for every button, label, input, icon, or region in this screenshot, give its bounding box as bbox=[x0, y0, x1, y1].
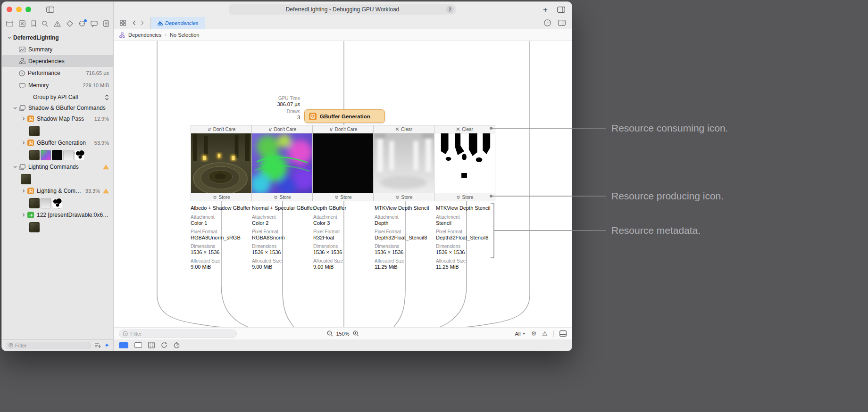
tree-item-lighting-group[interactable]: Lighting Commands bbox=[2, 161, 113, 173]
attachment-card[interactable]: Clear bbox=[373, 125, 434, 201]
performance-timer-icon[interactable] bbox=[174, 342, 180, 348]
breadcrumb-dependencies[interactable]: Dependencies bbox=[128, 32, 161, 38]
resource-title[interactable]: Normal + Specular GBuffer bbox=[252, 205, 309, 211]
bottom-panel-toggle-icon[interactable] bbox=[559, 330, 567, 337]
zoom-level[interactable]: 150% bbox=[336, 331, 349, 337]
chevron-down-icon[interactable] bbox=[8, 36, 11, 40]
gbuffer-generation-node[interactable]: GBuffer Generation bbox=[304, 109, 385, 123]
resource-title[interactable]: MTKView Depth Stencil bbox=[375, 205, 432, 211]
debug-navigator-icon[interactable] bbox=[79, 20, 85, 27]
thumbnail-composed[interactable] bbox=[29, 198, 40, 208]
project-navigator-icon[interactable] bbox=[6, 20, 13, 27]
chevron-down-icon[interactable] bbox=[13, 106, 17, 110]
load-action-header[interactable]: Don't Care bbox=[252, 125, 312, 133]
thumbnail-stencil2[interactable] bbox=[52, 198, 62, 208]
tree-item-present-drawable[interactable]: 122 [presentDrawable:0x60… bbox=[2, 209, 113, 221]
load-action-header[interactable]: Don't Care bbox=[191, 125, 251, 133]
chevron-right-icon[interactable] bbox=[22, 117, 25, 121]
depth-attachment-image[interactable] bbox=[374, 133, 434, 193]
scope-selector[interactable]: All bbox=[515, 331, 525, 337]
thumbnail-gray[interactable] bbox=[41, 198, 51, 208]
sidebar-filter-field[interactable] bbox=[6, 342, 91, 349]
albedo-attachment-image[interactable] bbox=[191, 133, 251, 193]
group-by-stepper-icon[interactable] bbox=[102, 94, 109, 100]
zoom-in-icon[interactable] bbox=[353, 330, 359, 337]
shader-debug-icon[interactable] bbox=[148, 342, 155, 348]
store-action-footer[interactable]: Store bbox=[313, 193, 373, 201]
tree-item-memory[interactable]: Memory 229.10 MiB bbox=[2, 79, 113, 91]
thumbnail-depth-gbuffer[interactable] bbox=[52, 150, 62, 160]
chevron-right-icon[interactable] bbox=[22, 213, 25, 217]
attachment-card[interactable]: Clear bbox=[434, 125, 495, 201]
thumbnail-shadow-map[interactable] bbox=[29, 126, 40, 136]
graph-filter-input[interactable] bbox=[130, 331, 233, 337]
thumbnail-albedo[interactable] bbox=[29, 150, 40, 160]
window-title-pill[interactable]: DeferredLighting - Debugging GPU Workloa… bbox=[229, 4, 456, 15]
tree-item-gbuffer-generation[interactable]: GBuffer Generation 53.9% bbox=[2, 137, 113, 148]
warning-icon[interactable] bbox=[103, 164, 109, 170]
reload-icon[interactable] bbox=[161, 342, 167, 348]
breadcrumb-selection[interactable]: No Selection bbox=[170, 32, 199, 38]
inspector-toggle-icon[interactable] bbox=[557, 7, 565, 13]
load-action-header[interactable]: Don't Care bbox=[313, 125, 373, 133]
tree-item-dependencies[interactable]: Dependencies bbox=[2, 55, 113, 67]
add-tab-button[interactable]: + bbox=[543, 6, 548, 14]
settings-gear-icon[interactable]: ⚙ bbox=[531, 330, 537, 337]
breakpoints-navigator-icon[interactable] bbox=[91, 21, 98, 27]
tree-item-performance[interactable]: Performance 716.65 µs bbox=[2, 67, 113, 79]
tree-item-shadow-map-pass[interactable]: Shadow Map Pass 12.9% bbox=[2, 113, 113, 124]
sidebar-filter-input[interactable] bbox=[15, 343, 88, 348]
thumbnail-present[interactable] bbox=[29, 222, 40, 232]
resource-title[interactable]: Depth GBuffer bbox=[313, 205, 371, 211]
load-action-header[interactable]: Clear bbox=[374, 125, 434, 133]
store-action-footer[interactable]: Store bbox=[252, 193, 312, 201]
filter-issues-icon[interactable] bbox=[94, 343, 101, 348]
find-navigator-icon[interactable] bbox=[42, 20, 48, 27]
store-action-footer[interactable]: Store bbox=[374, 193, 434, 201]
load-action-header[interactable]: Clear bbox=[434, 125, 495, 133]
reports-navigator-icon[interactable] bbox=[103, 20, 109, 27]
resource-title[interactable]: MTKView Depth Stencil bbox=[436, 205, 493, 211]
normal-attachment-image[interactable] bbox=[252, 133, 312, 193]
thumbnail-stencil[interactable] bbox=[75, 150, 85, 160]
issues-navigator-icon[interactable] bbox=[54, 21, 61, 27]
store-action-footer[interactable]: Store bbox=[191, 193, 251, 201]
attachment-card[interactable]: Don't Care Store bbox=[312, 125, 374, 201]
thumbnail-lighting[interactable] bbox=[21, 174, 31, 184]
store-action-footer[interactable]: Store bbox=[434, 193, 495, 201]
editor-layout-icon[interactable] bbox=[558, 20, 566, 26]
tree-item-summary[interactable]: Summary bbox=[2, 43, 113, 55]
view-mode-alt-icon[interactable] bbox=[134, 342, 142, 348]
graph-filter-field[interactable] bbox=[119, 330, 237, 338]
depth-gbuffer-attachment-image[interactable] bbox=[313, 133, 373, 193]
forward-button[interactable] bbox=[141, 20, 144, 25]
stencil-attachment-image[interactable] bbox=[434, 133, 495, 193]
minimize-window-button[interactable] bbox=[16, 7, 22, 12]
more-options-icon[interactable] bbox=[544, 19, 551, 26]
chevron-right-icon[interactable] bbox=[22, 189, 25, 193]
tab-overview-icon[interactable] bbox=[120, 20, 126, 26]
zoom-window-button[interactable] bbox=[25, 7, 31, 12]
insights-sparkle-icon[interactable]: ✦ bbox=[104, 342, 109, 348]
symbols-navigator-icon[interactable] bbox=[19, 20, 25, 27]
bookmark-navigator-icon[interactable] bbox=[31, 20, 36, 27]
attachment-card[interactable]: Don't Care bbox=[251, 125, 313, 201]
group-by-api-call-control[interactable]: Group by API Call bbox=[2, 91, 113, 103]
zoom-out-icon[interactable] bbox=[326, 330, 333, 337]
tests-navigator-icon[interactable] bbox=[67, 20, 73, 27]
thumbnail-normal[interactable] bbox=[41, 150, 51, 160]
issues-warning-icon[interactable]: ⚠ bbox=[542, 330, 548, 337]
close-window-button[interactable] bbox=[7, 7, 12, 12]
tab-dependencies[interactable]: Dependencies bbox=[150, 17, 205, 29]
chevron-right-icon[interactable] bbox=[22, 141, 25, 145]
sidebar-toggle-icon[interactable] bbox=[46, 7, 54, 13]
attachment-card[interactable]: Don't Care bbox=[191, 125, 252, 201]
back-button[interactable] bbox=[133, 20, 136, 25]
tree-item-lighting-composition[interactable]: Lighting & Compo… 33.3% bbox=[2, 185, 113, 197]
tree-item-root[interactable]: DeferredLighting bbox=[2, 32, 113, 43]
chevron-down-icon[interactable] bbox=[13, 165, 17, 169]
resource-title[interactable]: Albedo + Shadow GBuffer bbox=[191, 205, 248, 211]
warning-icon[interactable] bbox=[103, 188, 109, 194]
dependency-graph-canvas[interactable]: GPU Time 386.07 µs Draws 3 GBuffer Gener… bbox=[114, 41, 572, 327]
thumbnail-depth[interactable] bbox=[63, 150, 74, 160]
